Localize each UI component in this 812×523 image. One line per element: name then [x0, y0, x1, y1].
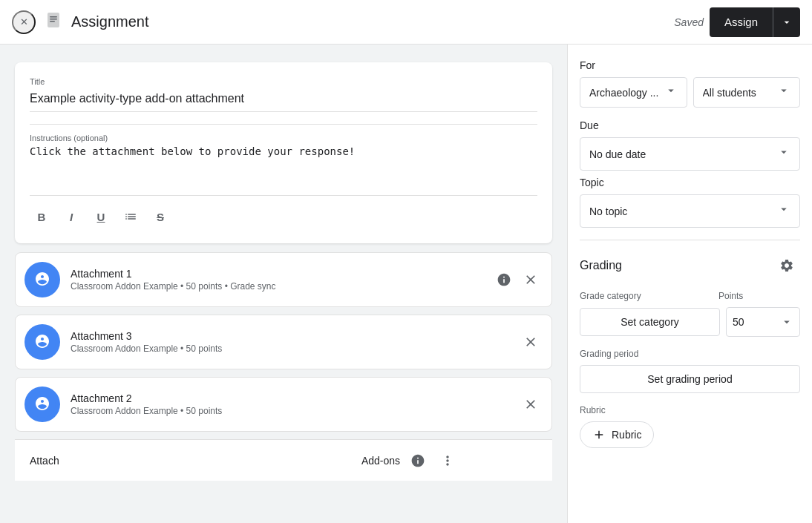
- attachment-2-meta: Classroom Addon Example • 50 points: [71, 406, 519, 416]
- attachment-item: Attachment 1 Classroom Addon Example • 5…: [15, 252, 552, 307]
- points-value: 50: [733, 316, 780, 328]
- topic-dropdown[interactable]: No topic: [580, 194, 800, 228]
- add-rubric-label: Rubric: [612, 429, 641, 441]
- assign-button[interactable]: Assign: [710, 7, 773, 37]
- due-date-value: No due date: [589, 148, 774, 160]
- italic-button[interactable]: I: [59, 205, 83, 228]
- title-instructions-card: Title Instructions (optional) B I U: [15, 62, 552, 243]
- attachment-3-name: Attachment 3: [71, 330, 519, 342]
- right-divider-1: [580, 240, 800, 240]
- attachment-1-actions: [492, 268, 543, 292]
- main-content: Title Instructions (optional) B I U: [0, 45, 812, 523]
- close-icon: ✕: [20, 16, 28, 27]
- addons-more-button[interactable]: [436, 449, 459, 473]
- grading-settings-button[interactable]: [773, 252, 800, 279]
- rubric-label: Rubric: [580, 405, 800, 415]
- divider-2: [30, 195, 537, 196]
- topic-label: Topic: [580, 177, 800, 188]
- attachment-2-icon: [24, 387, 60, 422]
- add-rubric-button[interactable]: Rubric: [580, 421, 654, 448]
- topic-dropdown-arrow: [777, 203, 790, 220]
- attachment-1-remove-button[interactable]: [519, 268, 543, 292]
- saved-status: Saved: [674, 16, 704, 28]
- set-grading-period-button[interactable]: Set grading period: [580, 365, 800, 393]
- rubric-section: Rubric Rubric: [580, 405, 800, 448]
- students-dropdown-arrow: [777, 84, 790, 101]
- left-panel: Title Instructions (optional) B I U: [0, 45, 567, 523]
- formatting-toolbar: B I U S: [30, 205, 537, 228]
- grading-header: Grading: [580, 252, 800, 279]
- doc-icon: [45, 11, 62, 33]
- for-label: For: [580, 59, 800, 71]
- addons-label: Add-ons: [361, 455, 400, 467]
- bottom-bar: Attach Add-ons: [15, 439, 552, 481]
- attach-label: Attach: [30, 455, 59, 467]
- for-dropdowns: Archaeology ... All students: [580, 77, 800, 108]
- header-left: ✕ Assignment: [12, 10, 674, 34]
- close-button[interactable]: ✕: [12, 10, 36, 34]
- app-header: ✕ Assignment Saved Assign: [0, 0, 812, 45]
- svg-point-6: [29, 391, 56, 418]
- addons-info-button[interactable]: [406, 449, 430, 473]
- attachment-3-icon: [24, 324, 60, 360]
- class-dropdown[interactable]: Archaeology ...: [580, 77, 687, 108]
- attachment-1-name: Attachment 1: [71, 268, 492, 280]
- points-dropdown[interactable]: 50: [726, 307, 800, 337]
- set-category-button[interactable]: Set category: [580, 308, 720, 336]
- page-title: Assignment: [71, 13, 149, 30]
- underline-button[interactable]: U: [89, 205, 113, 228]
- class-dropdown-arrow: [664, 84, 678, 101]
- instructions-field-group: Instructions (optional): [30, 134, 537, 183]
- attachment-3-meta: Classroom Addon Example • 50 points: [71, 343, 519, 354]
- svg-rect-0: [48, 13, 59, 27]
- due-dropdown-arrow: [777, 145, 790, 162]
- header-right: Saved Assign: [674, 7, 800, 37]
- svg-rect-2: [50, 19, 57, 20]
- attach-section: Attach: [30, 455, 284, 467]
- svg-point-4: [29, 266, 56, 293]
- attachment-item: Attachment 2 Classroom Addon Example • 5…: [15, 377, 552, 432]
- attachment-1-meta: Classroom Addon Example • 50 points • Gr…: [71, 281, 492, 292]
- title-input[interactable]: [30, 89, 537, 112]
- attachment-2-actions: [519, 392, 543, 416]
- title-label: Title: [30, 77, 537, 86]
- grading-period-section: Grading period Set grading period: [580, 349, 800, 393]
- due-date-dropdown[interactable]: No due date: [580, 137, 800, 171]
- bold-button[interactable]: B: [30, 205, 53, 228]
- attachment-3-actions: [519, 330, 543, 354]
- attachment-1-icon: [24, 262, 60, 297]
- grade-column-headers: Grade category Points: [580, 291, 800, 301]
- attachment-item: Attachment 3 Classroom Addon Example • 5…: [15, 315, 552, 369]
- attachments-list: Attachment 1 Classroom Addon Example • 5…: [15, 252, 552, 432]
- assign-dropdown-button[interactable]: [773, 7, 800, 37]
- points-label: Points: [718, 291, 800, 301]
- attachment-2-info: Attachment 2 Classroom Addon Example • 5…: [71, 392, 519, 416]
- list-button[interactable]: [119, 205, 143, 228]
- attachment-1-info-button[interactable]: [492, 268, 516, 292]
- instructions-input[interactable]: [30, 145, 537, 181]
- grade-inputs-row: Set category 50: [580, 307, 800, 337]
- grading-title: Grading: [580, 259, 622, 272]
- topic-value: No topic: [589, 205, 774, 217]
- svg-rect-3: [50, 21, 55, 22]
- svg-point-5: [29, 329, 56, 355]
- attachment-1-info: Attachment 1 Classroom Addon Example • 5…: [71, 268, 492, 292]
- attachment-2-name: Attachment 2: [71, 392, 519, 404]
- right-panel: For Archaeology ... All students Due No …: [567, 45, 812, 523]
- class-value: Archaeology ...: [589, 87, 661, 99]
- due-label: Due: [580, 119, 800, 131]
- grading-period-label: Grading period: [580, 349, 800, 359]
- strikethrough-button[interactable]: S: [148, 205, 172, 228]
- svg-rect-1: [50, 16, 57, 18]
- instructions-label: Instructions (optional): [30, 134, 537, 142]
- title-field-group: Title: [30, 77, 537, 112]
- attachment-3-remove-button[interactable]: [519, 330, 543, 354]
- students-dropdown[interactable]: All students: [693, 77, 801, 108]
- attachment-3-info: Attachment 3 Classroom Addon Example • 5…: [71, 330, 519, 354]
- grade-category-label: Grade category: [580, 291, 718, 301]
- students-value: All students: [703, 87, 775, 99]
- divider-1: [30, 124, 537, 125]
- attachment-2-remove-button[interactable]: [519, 392, 543, 416]
- assign-button-group: Assign: [710, 7, 800, 37]
- addons-section: Add-ons: [284, 449, 537, 473]
